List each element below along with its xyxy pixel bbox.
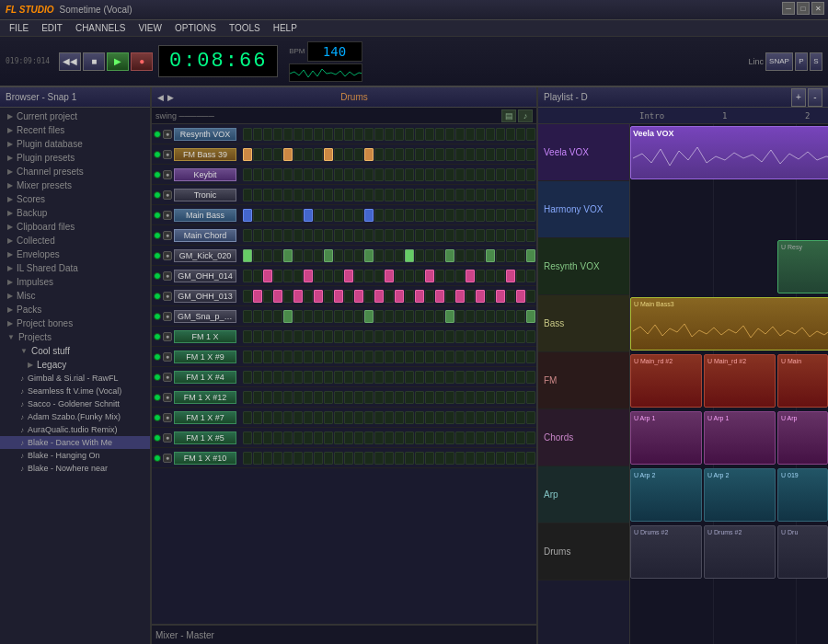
step-14[interactable] <box>374 249 384 262</box>
menu-edit[interactable]: EDIT <box>36 22 68 34</box>
step-4[interactable] <box>273 452 282 465</box>
step-22[interactable] <box>455 128 465 141</box>
step-11[interactable] <box>344 351 353 363</box>
channel-mute-button[interactable]: ● <box>163 130 172 139</box>
step-21[interactable] <box>445 310 454 323</box>
step-20[interactable] <box>435 411 444 424</box>
step-9[interactable] <box>324 431 333 444</box>
step-4[interactable] <box>273 229 282 242</box>
step-19[interactable] <box>425 371 434 384</box>
step-3[interactable] <box>263 431 272 444</box>
menu-file[interactable]: FILE <box>4 22 34 34</box>
step-15[interactable] <box>385 411 394 424</box>
step-23[interactable] <box>466 270 475 282</box>
step-28[interactable] <box>516 209 525 222</box>
step-9[interactable] <box>324 229 333 242</box>
step-6[interactable] <box>293 431 303 444</box>
step-21[interactable] <box>445 249 454 262</box>
track-block-drums-3[interactable]: U Dru <box>777 525 828 579</box>
step-13[interactable] <box>364 168 374 181</box>
step-10[interactable] <box>334 229 343 242</box>
step-2[interactable] <box>253 391 262 404</box>
step-28[interactable] <box>516 351 525 363</box>
step-2[interactable] <box>253 249 262 262</box>
sidebar-item-plugin-presets[interactable]: ▶ Plugin presets <box>0 151 150 165</box>
bpm-display[interactable]: 140 <box>307 41 362 62</box>
play-button[interactable]: ▶ <box>107 52 129 71</box>
step-21[interactable] <box>445 189 454 201</box>
step-3[interactable] <box>263 452 272 465</box>
step-12[interactable] <box>354 189 363 201</box>
step-5[interactable] <box>283 189 293 201</box>
step-18[interactable] <box>415 189 424 201</box>
step-29[interactable] <box>526 452 535 465</box>
step-18[interactable] <box>415 249 424 262</box>
channel-active-light[interactable] <box>154 394 161 401</box>
step-25[interactable] <box>486 189 495 201</box>
step-20[interactable] <box>435 310 444 323</box>
step-14[interactable] <box>374 168 384 181</box>
channel-name-button[interactable]: Main Chord <box>174 229 236 242</box>
step-28[interactable] <box>516 249 525 262</box>
step-21[interactable] <box>445 148 454 161</box>
sidebar-item-projects[interactable]: ▼ Projects <box>0 330 150 344</box>
step-5[interactable] <box>283 371 293 384</box>
step-18[interactable] <box>415 452 424 465</box>
step-25[interactable] <box>486 391 495 404</box>
step-9[interactable] <box>324 189 333 201</box>
step-1[interactable] <box>243 371 252 384</box>
step-9[interactable] <box>324 310 333 323</box>
step-5[interactable] <box>283 411 293 424</box>
step-29[interactable] <box>526 290 535 303</box>
step-28[interactable] <box>516 371 525 384</box>
step-13[interactable] <box>364 330 374 343</box>
step-6[interactable] <box>293 168 303 181</box>
step-5[interactable] <box>283 452 293 465</box>
step-20[interactable] <box>435 168 444 181</box>
step-11[interactable] <box>344 411 353 424</box>
step-25[interactable] <box>486 351 495 363</box>
track-block-fm-3[interactable]: U Main <box>777 354 828 408</box>
step-19[interactable] <box>425 351 434 363</box>
step-13[interactable] <box>364 391 374 404</box>
list-item-sacco[interactable]: ♪ Sacco - Goldener Schnitt <box>0 397 150 410</box>
step-6[interactable] <box>293 148 303 161</box>
step-29[interactable] <box>526 371 535 384</box>
step-1[interactable] <box>243 330 252 343</box>
step-4[interactable] <box>273 310 282 323</box>
track-label-veela-vox[interactable]: Veela VOX <box>538 124 629 181</box>
step-13[interactable] <box>364 249 374 262</box>
step-19[interactable] <box>425 249 434 262</box>
step-18[interactable] <box>415 290 424 303</box>
step-19[interactable] <box>425 168 434 181</box>
step-8[interactable] <box>314 148 323 161</box>
step-21[interactable] <box>445 128 454 141</box>
step-17[interactable] <box>405 452 414 465</box>
step-8[interactable] <box>314 128 323 141</box>
sidebar-item-channel-presets[interactable]: ▶ Channel presets <box>0 165 150 178</box>
step-3[interactable] <box>263 351 272 363</box>
step-13[interactable] <box>364 452 374 465</box>
minimize-button[interactable]: ─ <box>782 2 795 15</box>
step-6[interactable] <box>293 351 303 363</box>
step-14[interactable] <box>374 391 384 404</box>
list-item-blake-hanging[interactable]: ♪ Blake - Hanging On <box>0 449 150 462</box>
step-1[interactable] <box>243 168 252 181</box>
step-27[interactable] <box>506 411 515 424</box>
step-21[interactable] <box>445 270 454 282</box>
step-16[interactable] <box>395 330 404 343</box>
step-29[interactable] <box>526 189 535 201</box>
step-22[interactable] <box>455 330 465 343</box>
step-12[interactable] <box>354 168 363 181</box>
step-21[interactable] <box>445 371 454 384</box>
step-3[interactable] <box>263 391 272 404</box>
step-10[interactable] <box>334 168 343 181</box>
step-15[interactable] <box>385 310 394 323</box>
step-27[interactable] <box>506 209 515 222</box>
step-22[interactable] <box>455 391 465 404</box>
step-10[interactable] <box>334 330 343 343</box>
step-26[interactable] <box>496 189 505 201</box>
channel-name-button[interactable]: GM_Kick_020 <box>174 249 236 262</box>
step-7[interactable] <box>304 270 313 282</box>
step-29[interactable] <box>526 411 535 424</box>
